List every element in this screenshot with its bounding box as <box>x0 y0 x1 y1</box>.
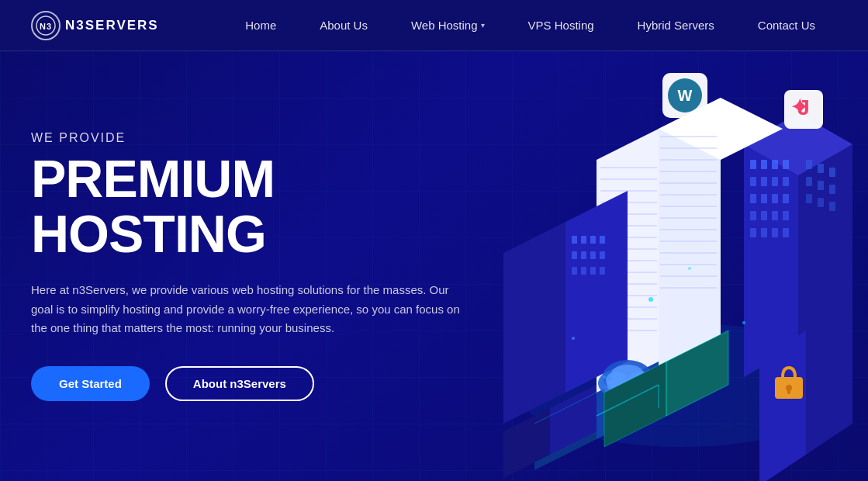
svg-rect-21 <box>783 211 789 220</box>
svg-rect-10 <box>750 177 756 186</box>
svg-rect-82 <box>590 251 596 259</box>
svg-point-120 <box>603 375 606 379</box>
svg-rect-6 <box>750 160 756 169</box>
hero-subtitle: WE PROVIDE <box>31 131 496 145</box>
logo[interactable]: N3 N3SERVERS <box>31 11 159 40</box>
nav-link-vps[interactable]: VPS Hosting <box>507 0 616 51</box>
main-nav: N3 N3SERVERS Home About Us Web Hosting ▾… <box>0 0 868 51</box>
svg-rect-7 <box>761 160 767 169</box>
svg-rect-87 <box>600 267 605 275</box>
nav-link-web-hosting[interactable]: Web Hosting ▾ <box>389 0 507 51</box>
svg-rect-22 <box>750 228 756 237</box>
svg-point-116 <box>648 297 653 302</box>
svg-rect-84 <box>572 267 577 275</box>
hero-description: Here at n3Servers, we provide various we… <box>31 281 473 338</box>
svg-rect-11 <box>761 177 767 186</box>
nav-link-hybrid[interactable]: Hybrid Servers <box>616 0 736 51</box>
svg-rect-107 <box>787 388 790 394</box>
nav-item-about[interactable]: About Us <box>298 0 389 51</box>
svg-rect-8 <box>772 160 778 169</box>
hero-content: WE PROVIDE PREMIUM HOSTING Here at n3Ser… <box>0 131 496 401</box>
svg-marker-74 <box>503 222 565 424</box>
svg-rect-18 <box>750 211 756 220</box>
svg-rect-31 <box>829 185 835 194</box>
svg-rect-9 <box>783 160 789 169</box>
svg-rect-13 <box>783 177 789 186</box>
svg-rect-34 <box>829 202 835 211</box>
svg-rect-19 <box>761 211 767 220</box>
logo-icon: N3 <box>31 11 61 40</box>
svg-rect-81 <box>581 251 586 259</box>
nav-item-web-hosting[interactable]: Web Hosting ▾ <box>389 0 507 51</box>
svg-rect-20 <box>772 211 778 220</box>
nav-item-contact[interactable]: Contact Us <box>736 0 837 51</box>
svg-rect-78 <box>590 236 596 244</box>
svg-rect-85 <box>581 267 586 275</box>
chevron-down-icon: ▾ <box>481 0 485 51</box>
logo-text: N3SERVERS <box>65 18 159 33</box>
svg-rect-30 <box>818 181 824 190</box>
svg-rect-32 <box>806 194 812 203</box>
nav-item-home[interactable]: Home <box>223 0 298 51</box>
svg-rect-17 <box>783 194 789 203</box>
svg-text:N3: N3 <box>40 22 52 31</box>
hero-title: PREMIUM HOSTING <box>31 151 496 262</box>
svg-text:✦: ✦ <box>790 95 808 119</box>
nav-item-hybrid[interactable]: Hybrid Servers <box>616 0 736 51</box>
svg-rect-23 <box>761 228 767 237</box>
svg-rect-24 <box>772 228 778 237</box>
hero-section: WE PROVIDE PREMIUM HOSTING Here at n3Ser… <box>0 51 868 481</box>
nav-link-home[interactable]: Home <box>223 0 298 51</box>
svg-point-119 <box>572 337 575 340</box>
svg-rect-14 <box>750 194 756 203</box>
svg-rect-29 <box>806 177 812 186</box>
nav-link-contact[interactable]: Contact Us <box>736 0 837 51</box>
about-button[interactable]: About n3Servers <box>165 366 314 401</box>
svg-rect-28 <box>829 168 835 177</box>
svg-rect-15 <box>761 194 767 203</box>
svg-rect-27 <box>818 164 824 173</box>
svg-point-118 <box>742 321 745 324</box>
nav-link-about[interactable]: About Us <box>298 0 389 51</box>
svg-rect-79 <box>600 236 605 244</box>
svg-rect-83 <box>600 251 605 259</box>
svg-rect-77 <box>581 236 586 244</box>
svg-rect-25 <box>783 228 789 237</box>
svg-rect-12 <box>772 177 778 186</box>
svg-point-117 <box>688 267 691 270</box>
nav-item-vps[interactable]: VPS Hosting <box>507 0 616 51</box>
hero-buttons: Get Started About n3Servers <box>31 366 496 401</box>
svg-rect-80 <box>572 251 577 259</box>
svg-rect-26 <box>806 160 812 169</box>
svg-rect-86 <box>590 267 596 275</box>
svg-rect-33 <box>818 198 824 207</box>
nav-links: Home About Us Web Hosting ▾ VPS Hosting … <box>223 0 837 51</box>
get-started-button[interactable]: Get Started <box>31 366 150 401</box>
svg-text:W: W <box>678 87 693 104</box>
svg-rect-16 <box>772 194 778 203</box>
svg-rect-76 <box>572 236 577 244</box>
